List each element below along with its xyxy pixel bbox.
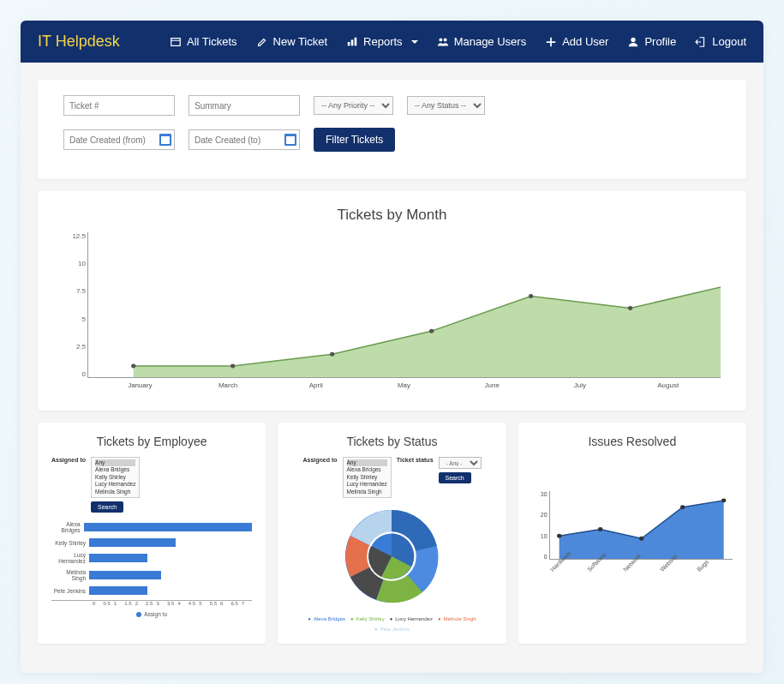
- nav-reports[interactable]: Reports: [346, 35, 418, 48]
- tickets-by-status-title: Tickets by Status: [291, 435, 492, 448]
- nav-new-ticket[interactable]: New Ticket: [256, 35, 328, 48]
- svg-point-23: [598, 527, 602, 531]
- status-pie-chart: [291, 505, 492, 609]
- employee-search-button[interactable]: Search: [91, 501, 123, 513]
- assigned-to-label: Assigned to: [51, 457, 86, 463]
- employee-listbox[interactable]: Any Alexa Bridges Kelly Shirley Lucy Her…: [91, 457, 140, 498]
- svg-point-22: [557, 534, 561, 538]
- svg-point-14: [429, 329, 434, 333]
- user-icon: [627, 36, 639, 48]
- brand-title: IT Helpdesk: [38, 33, 120, 51]
- nav-items: All Tickets New Ticket Reports Manage Us…: [170, 35, 746, 48]
- status-employee-listbox[interactable]: Any Alexa Bridges Kelly Shirley Lucy Her…: [343, 457, 392, 498]
- tickets-by-status-card: Tickets by Status Assigned to Any Alexa …: [278, 423, 506, 644]
- ticket-number-input[interactable]: [63, 95, 175, 116]
- footer: © 2020 Caspio Inc. caspio: [21, 673, 763, 684]
- svg-point-6: [443, 38, 446, 41]
- summary-input[interactable]: [189, 95, 300, 116]
- ticket-status-label: Ticket status: [397, 457, 434, 463]
- tickets-by-month-title: Tickets by Month: [63, 207, 721, 224]
- tickets-by-month-card: Tickets by Month 12.5 10 7.5 5 2.5 0: [38, 191, 746, 411]
- tickets-icon: [170, 36, 182, 48]
- svg-rect-0: [171, 38, 181, 45]
- ticket-status-select[interactable]: - Any -: [439, 457, 482, 469]
- issues-resolved-chart: 30 20 10 0 Hardware Softw: [532, 457, 733, 585]
- nav-reports-label: Reports: [363, 35, 403, 48]
- tickets-by-month-chart: 12.5 10 7.5 5 2.5 0 January March: [63, 232, 721, 395]
- edit-icon: [256, 36, 268, 48]
- status-legend: Alexa Bridges Kelly Shirley Lucy Hernand…: [291, 616, 492, 632]
- filter-tickets-button[interactable]: Filter Tickets: [314, 128, 395, 152]
- svg-point-15: [529, 294, 533, 298]
- date-from-input[interactable]: [63, 129, 175, 150]
- app-window: IT Helpdesk All Tickets New Ticket Repor…: [21, 21, 763, 673]
- svg-point-13: [330, 352, 334, 357]
- nav-manage-users-label: Manage Users: [454, 35, 527, 48]
- svg-point-24: [639, 537, 643, 541]
- status-search-button[interactable]: Search: [439, 472, 471, 483]
- svg-point-26: [721, 498, 726, 502]
- svg-rect-4: [355, 37, 357, 45]
- calendar-icon[interactable]: [159, 134, 171, 146]
- svg-point-9: [631, 37, 636, 41]
- nav-manage-users[interactable]: Manage Users: [437, 35, 527, 48]
- logout-icon: [695, 36, 707, 48]
- month-y-axis: 12.5 10 7.5 5 2.5 0: [63, 232, 86, 378]
- nav-logout-label: Logout: [712, 35, 746, 48]
- filter-card: -- Any Priority -- -- Any Status -- Filt…: [38, 80, 746, 179]
- navbar: IT Helpdesk All Tickets New Ticket Repor…: [21, 21, 763, 63]
- employee-bar-chart: Alexa Bridges Kelly Shirley Lucy Hernand…: [51, 521, 252, 617]
- nav-add-user[interactable]: Add User: [545, 35, 608, 48]
- nav-all-tickets-label: All Tickets: [187, 35, 237, 48]
- content-area: -- Any Priority -- -- Any Status -- Filt…: [21, 63, 763, 673]
- svg-rect-3: [351, 39, 354, 45]
- status-select[interactable]: -- Any Status --: [407, 96, 485, 115]
- nav-profile-label: Profile: [644, 35, 676, 48]
- date-to-input[interactable]: [189, 129, 300, 150]
- tickets-by-employee-card: Tickets by Employee Assigned to Any Alex…: [38, 423, 266, 644]
- bottom-row: Tickets by Employee Assigned to Any Alex…: [38, 423, 746, 656]
- issues-resolved-title: Issues Resolved: [532, 435, 733, 448]
- calendar-icon[interactable]: [284, 134, 296, 146]
- nav-logout[interactable]: Logout: [695, 35, 746, 48]
- nav-new-ticket-label: New Ticket: [273, 35, 328, 48]
- priority-select[interactable]: -- Any Priority --: [314, 96, 393, 115]
- svg-point-25: [680, 505, 685, 509]
- status-assigned-label: Assigned to: [302, 457, 337, 463]
- users-icon: [437, 36, 449, 48]
- nav-add-user-label: Add User: [562, 35, 608, 48]
- svg-rect-2: [348, 42, 350, 45]
- issues-resolved-card: Issues Resolved 30 20 10 0: [518, 423, 746, 644]
- svg-point-12: [230, 364, 235, 369]
- nav-profile[interactable]: Profile: [627, 35, 676, 48]
- chart-icon: [346, 36, 358, 48]
- employee-legend: Assign to: [51, 611, 252, 617]
- nav-all-tickets[interactable]: All Tickets: [170, 35, 237, 48]
- plus-icon: [545, 36, 557, 48]
- svg-point-16: [628, 306, 632, 310]
- svg-marker-10: [134, 285, 721, 377]
- svg-point-11: [131, 364, 135, 369]
- svg-point-5: [439, 38, 442, 41]
- tickets-by-employee-title: Tickets by Employee: [51, 435, 252, 448]
- month-x-axis: January March April May June July August: [87, 378, 721, 389]
